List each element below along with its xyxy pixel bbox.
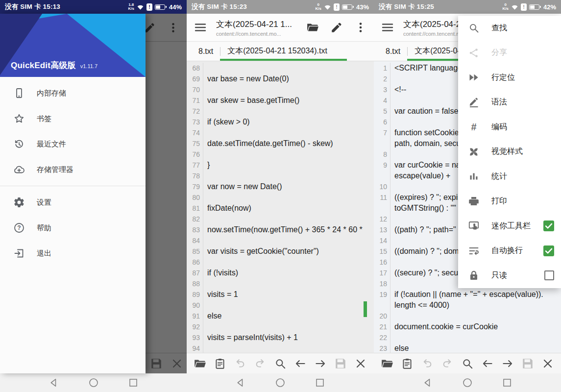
code-line[interactable]: 81 fixDate(now) bbox=[187, 203, 374, 214]
hamburger-menu-button[interactable] bbox=[194, 21, 207, 34]
nav-recent-button[interactable] bbox=[501, 377, 513, 389]
code-line[interactable]: 83 now.setTime(now.getTime() + 365 * 24 … bbox=[187, 224, 374, 235]
code-line[interactable]: 91 else bbox=[187, 311, 374, 321]
gear-drawer-item[interactable]: 设置 bbox=[0, 190, 146, 215]
code-line[interactable]: 86 bbox=[187, 257, 374, 268]
open-folder-button[interactable] bbox=[306, 21, 319, 34]
mini-toolbar-menu-item[interactable]: 迷你工具栏 bbox=[458, 214, 561, 239]
save-button[interactable] bbox=[334, 357, 347, 370]
code-line[interactable]: 84 bbox=[187, 235, 374, 246]
code-line[interactable]: length <= 4000) bbox=[374, 300, 561, 311]
history-drawer-item[interactable]: 最近文件 bbox=[0, 131, 146, 157]
close-button[interactable] bbox=[354, 357, 367, 370]
code-line[interactable]: 77 } bbox=[187, 160, 374, 171]
code-line[interactable]: 87 if (!visits) bbox=[187, 268, 374, 278]
line-number: 18 bbox=[374, 278, 390, 289]
tab-8txt[interactable]: 8.txt bbox=[198, 47, 213, 56]
code-line[interactable]: 79 var now = new Date() bbox=[187, 181, 374, 192]
code-line[interactable]: 92 bbox=[187, 321, 374, 332]
nav-back-button[interactable] bbox=[235, 377, 246, 389]
arrow-right-button[interactable] bbox=[501, 357, 514, 370]
search-button[interactable] bbox=[461, 357, 474, 370]
overflow-menu-button[interactable] bbox=[354, 21, 367, 34]
status-text: 没有 SIM 卡 15:25 bbox=[379, 2, 434, 11]
search-button[interactable] bbox=[273, 357, 287, 370]
save-button[interactable] bbox=[521, 357, 535, 370]
code-editor[interactable]: 68 69 var base = new Date(0) 70 71 var s… bbox=[187, 61, 374, 353]
pinwheel-menu-item[interactable]: 视觉样式 bbox=[458, 140, 561, 165]
code-line[interactable]: 69 var base = new Date(0) bbox=[187, 74, 374, 84]
clipboard-button[interactable] bbox=[400, 357, 414, 370]
close-button[interactable] bbox=[541, 357, 555, 370]
code-line[interactable]: 73 if (skew > 0) bbox=[187, 117, 374, 127]
code-line[interactable]: 74 bbox=[187, 127, 374, 138]
checkbox-unchecked[interactable] bbox=[544, 270, 554, 280]
code-line[interactable]: 22 bbox=[374, 332, 561, 343]
redo-button[interactable] bbox=[253, 357, 267, 370]
arrow-left-button[interactable] bbox=[293, 357, 307, 370]
code-line[interactable]: 94 bbox=[187, 343, 374, 353]
code-line[interactable]: 90 bbox=[187, 300, 374, 311]
line-number: 15 bbox=[374, 246, 390, 257]
share-menu-item[interactable]: 分享 bbox=[458, 41, 561, 66]
code-line[interactable]: 80 bbox=[187, 192, 374, 203]
edit-pencil-button[interactable] bbox=[330, 21, 343, 34]
nav-back-button[interactable] bbox=[48, 377, 60, 389]
tab-8txt[interactable]: 8.txt bbox=[386, 47, 400, 56]
folder-open-button[interactable] bbox=[380, 357, 394, 370]
drawer-scrim[interactable]: QuickEdit高级版 v1.11.7 内部存储 书签 最近文件 存储管理器 … bbox=[0, 14, 187, 373]
checkbox-checked[interactable] bbox=[543, 220, 554, 231]
nav-home-button[interactable] bbox=[462, 377, 473, 389]
nav-recent-button[interactable] bbox=[127, 377, 139, 389]
code-line[interactable]: 23 else bbox=[374, 343, 561, 353]
arrow-right-button[interactable] bbox=[314, 357, 327, 370]
stats-menu-item[interactable]: 统计 bbox=[458, 164, 561, 189]
star-drawer-item[interactable]: 书签 bbox=[0, 106, 146, 131]
undo-button[interactable] bbox=[420, 357, 434, 370]
code-line[interactable]: 78 bbox=[187, 171, 374, 181]
code-line[interactable]: 19 if (!caution || (name + "=" + escape(… bbox=[374, 289, 561, 300]
help-drawer-item[interactable]: ? 帮助 bbox=[0, 215, 146, 241]
folder-open-button[interactable] bbox=[193, 357, 207, 370]
code-line[interactable]: 82 bbox=[187, 214, 374, 224]
android-nav-bar bbox=[374, 373, 561, 392]
goto-line-menu-item[interactable]: 行定位 bbox=[458, 65, 561, 90]
arrow-left-button[interactable] bbox=[481, 357, 494, 370]
code-line[interactable]: 68 bbox=[187, 63, 374, 74]
hash-menu-item[interactable]: # 编码 bbox=[458, 115, 561, 140]
lock-menu-item[interactable]: 只读 bbox=[458, 263, 561, 288]
code-line[interactable]: 71 var skew = base.getTime() bbox=[187, 95, 374, 106]
hamburger-menu-button[interactable] bbox=[381, 21, 394, 34]
syntax-menu-item[interactable]: 语法 bbox=[458, 90, 561, 115]
code-line[interactable]: 75 date.setTime(date.getTime() - skew) bbox=[187, 138, 374, 149]
code-line[interactable]: 88 bbox=[187, 278, 374, 289]
smartphone-drawer-item[interactable]: 内部存储 bbox=[0, 80, 146, 106]
code-line[interactable]: 93 visits = parseInt(visits) + 1 bbox=[187, 332, 374, 343]
battery-percent: 42% bbox=[543, 3, 556, 11]
code-line[interactable]: 85 var visits = getCookie("counter") bbox=[187, 246, 374, 257]
undo-button[interactable] bbox=[233, 357, 247, 370]
cloud-plus-drawer-item[interactable]: 存储管理器 bbox=[0, 157, 146, 182]
code-line[interactable]: 20 bbox=[374, 311, 561, 321]
word-wrap-menu-item[interactable]: 自动换行 bbox=[458, 239, 561, 264]
nav-recent-button[interactable] bbox=[314, 377, 326, 389]
checkbox-checked[interactable] bbox=[543, 245, 554, 256]
sim-alert-icon: ! bbox=[521, 3, 527, 11]
exit-drawer-item[interactable]: 退出 bbox=[0, 241, 146, 266]
nav-home-button[interactable] bbox=[88, 377, 99, 389]
scrollbar-thumb[interactable] bbox=[364, 301, 367, 317]
nav-back-button[interactable] bbox=[422, 377, 434, 389]
redo-button[interactable] bbox=[440, 357, 454, 370]
code-line[interactable]: 70 bbox=[187, 84, 374, 95]
code-line[interactable]: 21 document.cookie = curCookie bbox=[374, 321, 561, 332]
code-line[interactable]: 89 visits = 1 bbox=[187, 289, 374, 300]
tab-active-file[interactable]: 文本(2025-04-21 152034).txt bbox=[227, 46, 327, 56]
search-menu-item[interactable]: 查找 bbox=[458, 16, 561, 41]
nav-home-button[interactable] bbox=[274, 377, 286, 389]
code-line[interactable]: 76 bbox=[187, 149, 374, 160]
printer-menu-item[interactable]: 打印 bbox=[458, 189, 561, 214]
code-line[interactable]: 72 bbox=[187, 106, 374, 117]
status-text: 没有 SIM 卡 15:23 bbox=[192, 2, 247, 11]
clipboard-button[interactable] bbox=[213, 357, 227, 370]
status-bar: 没有 SIM 卡 15:13 1.8K/s ! 44% bbox=[0, 0, 187, 14]
